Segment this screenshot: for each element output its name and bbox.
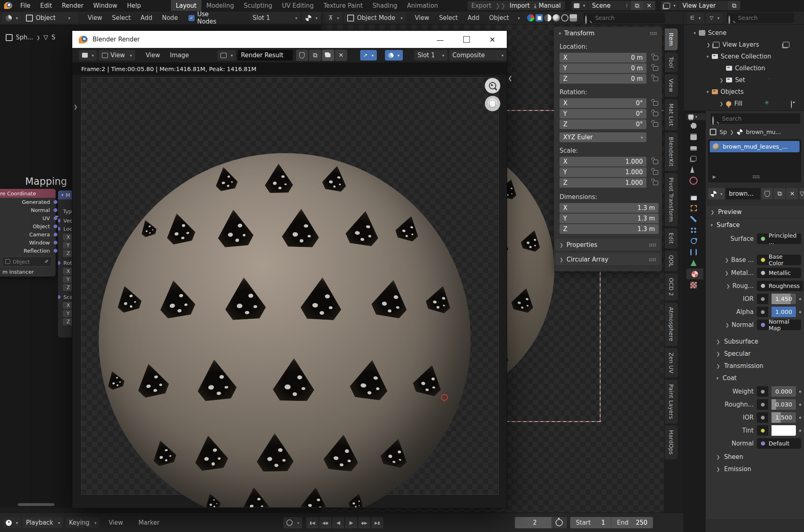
editor-type-button[interactable]: ▾: [79, 50, 97, 61]
horizontal-scrollbar[interactable]: [18, 503, 54, 506]
topbar-menu-item[interactable]: Render: [57, 2, 88, 9]
keyframe-dot-icon[interactable]: [799, 298, 801, 300]
constraints-tab-icon[interactable]: [684, 247, 703, 257]
outliner-row-objects[interactable]: ▾ Objects: [707, 87, 743, 97]
socket-chip[interactable]: [757, 294, 768, 304]
workspace-tab[interactable]: UV Editing: [277, 0, 318, 11]
outliner-label[interactable]: Scene: [708, 29, 727, 37]
outliner-label[interactable]: Scene Collection: [721, 53, 772, 60]
outliner-row-collection[interactable]: Collection: [726, 63, 765, 74]
texture-coordinate-node-header[interactable]: ure Coordinate: [0, 189, 56, 198]
unlink-scene-button[interactable]: ✕: [643, 1, 655, 10]
lock-icon[interactable]: [653, 170, 658, 175]
dimension-field[interactable]: Z1.3 m: [560, 224, 659, 234]
panel-grip[interactable]: [649, 243, 656, 247]
prop-node-chip[interactable]: Base Color: [757, 255, 801, 265]
input-socket-icon[interactable]: [58, 218, 61, 223]
view-layer-browse-button[interactable]: ▾: [661, 1, 679, 10]
outliner-row-view-layers[interactable]: ❯ View Layers: [707, 39, 759, 50]
display-mode-dropdown[interactable]: View ▾: [99, 50, 135, 61]
render-tab-icon[interactable]: [684, 131, 703, 142]
maximize-button[interactable]: [463, 36, 470, 43]
image-editor-menu-item[interactable]: View: [141, 52, 165, 59]
lock-icon[interactable]: [653, 101, 658, 106]
jump-to-end-button[interactable]: ▶▮: [371, 517, 383, 528]
breadcrumb-object[interactable]: Sph...: [16, 34, 33, 41]
zoom-tool-button[interactable]: [485, 78, 500, 93]
shader-menu-item[interactable]: Select: [107, 14, 136, 22]
lock-icon[interactable]: [653, 112, 658, 116]
texture-coordinate-node[interactable]: ure Coordinate Generated Normal UV Objec…: [0, 189, 56, 277]
auto-key-button[interactable]: ▾: [283, 517, 302, 528]
input-socket-icon[interactable]: [58, 227, 61, 231]
node-output-row[interactable]: Reflection: [0, 247, 56, 255]
outliner-row-scene-collection[interactable]: ▾ Scene Collection: [707, 51, 771, 62]
outliner-filter-button[interactable]: ▽ ▾: [706, 13, 722, 23]
section-specular[interactable]: ❯ Specular: [706, 348, 804, 360]
workspace-tab[interactable]: Animation: [402, 0, 443, 11]
prop-slider[interactable]: 1.500: [772, 412, 796, 423]
expand-icon[interactable]: ▾: [707, 54, 709, 59]
scene-browse-button[interactable]: ▾: [571, 1, 588, 10]
unlink-image-button[interactable]: ✕: [335, 50, 347, 61]
pass-dropdown[interactable]: Composite ▾: [449, 50, 507, 61]
new-image-button[interactable]: ⧉: [309, 50, 321, 61]
region-expand-left-icon[interactable]: ❯: [73, 104, 78, 110]
data-tab-icon[interactable]: [684, 257, 703, 268]
n-panel-tab[interactable]: OCD 2: [665, 273, 678, 301]
dimension-field[interactable]: Y1.3 m: [560, 214, 659, 223]
new-material-button[interactable]: ⧉: [774, 188, 785, 199]
texture-tab-icon[interactable]: [684, 279, 703, 290]
expand-icon[interactable]: ▾: [694, 30, 696, 36]
rotation-field[interactable]: Y0°: [560, 109, 646, 119]
lock-icon[interactable]: [653, 122, 658, 127]
current-frame-field[interactable]: 2: [515, 517, 555, 528]
scene-name[interactable]: Scene: [588, 2, 626, 9]
outliner-label[interactable]: Objects: [721, 88, 744, 95]
workspace-tab[interactable]: Shading: [367, 0, 402, 11]
location-field[interactable]: Z0 m: [560, 74, 646, 84]
topbar-menu-item[interactable]: Edit: [35, 2, 57, 9]
workspace-tab[interactable]: Sculpting: [239, 0, 277, 11]
socket-chip[interactable]: [757, 307, 768, 317]
transform-panel-header[interactable]: ▾ Transform: [554, 27, 662, 40]
close-button[interactable]: ✕: [489, 35, 495, 44]
physics-tab-icon[interactable]: [684, 236, 703, 247]
paint-brush-icon[interactable]: [570, 14, 577, 22]
expand-icon[interactable]: ▾: [707, 89, 709, 95]
editor-type-button[interactable]: ▾: [2, 13, 21, 23]
tool-tab-icon[interactable]: [684, 120, 703, 131]
open-image-button[interactable]: [322, 50, 334, 61]
end-frame-field[interactable]: End250: [611, 517, 653, 528]
rotation-field[interactable]: Z0°: [560, 119, 646, 129]
material-slot-selected[interactable]: brown_mud_leaves_...: [710, 141, 800, 152]
start-frame-field[interactable]: Start1: [570, 517, 611, 528]
outliner-label[interactable]: View Layers: [722, 41, 759, 48]
mode-dropdown[interactable]: Object Mode ▾: [344, 13, 406, 23]
output-tab-icon[interactable]: [684, 142, 703, 153]
n-panel-tab[interactable]: Mat List: [665, 99, 678, 131]
rendered-shading-icon[interactable]: [561, 14, 568, 22]
shader-type-dropdown[interactable]: Object ▾: [23, 13, 78, 23]
node-output-row[interactable]: Object: [0, 222, 56, 230]
lock-icon[interactable]: [653, 66, 658, 71]
n-panel-tab[interactable]: Paint Layers: [665, 380, 678, 424]
rotation-mode-dropdown[interactable]: XYZ Euler ▾: [560, 132, 646, 142]
output-socket-icon[interactable]: [53, 208, 58, 212]
location-field[interactable]: X0 m: [560, 53, 646, 63]
play-button[interactable]: ▶: [345, 517, 357, 528]
location-field[interactable]: Y0 m: [560, 63, 646, 73]
slot-dropdown[interactable]: Slot 1 ▾: [414, 50, 447, 61]
topbar-menu-item[interactable]: Help: [122, 2, 146, 9]
nodes-toggle-button[interactable]: ▽: [800, 188, 804, 199]
pin-icon[interactable]: ⍿: [626, 2, 631, 9]
jump-to-start-button[interactable]: ▮◀: [306, 517, 318, 528]
view-layer-tab-icon[interactable]: [684, 153, 703, 164]
outliner-label[interactable]: Set: [735, 76, 745, 84]
modifiers-tab-icon[interactable]: [684, 214, 703, 225]
scale-field[interactable]: Y1.000: [560, 167, 646, 177]
outliner-row-set[interactable]: ❯ Set: [720, 75, 745, 85]
export-button[interactable]: Export: [471, 2, 491, 9]
viewport-search-input[interactable]: [584, 13, 665, 23]
node-output-row[interactable]: UV: [0, 214, 56, 222]
